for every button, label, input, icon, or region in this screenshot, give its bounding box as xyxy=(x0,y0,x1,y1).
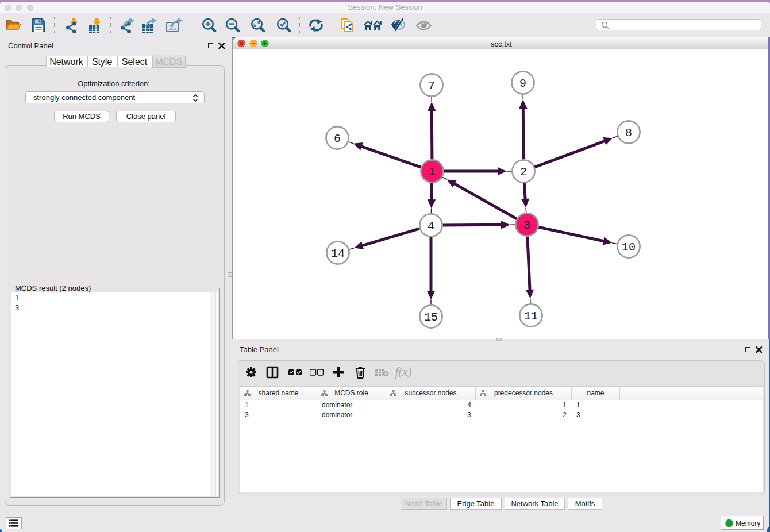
svg-text:f(x): f(x) xyxy=(395,365,411,379)
svg-text:11: 11 xyxy=(524,310,538,323)
svg-text:15: 15 xyxy=(424,311,438,324)
svg-text:7: 7 xyxy=(428,79,435,92)
svg-text:2: 2 xyxy=(520,165,527,179)
svg-text:6: 6 xyxy=(334,132,341,145)
svg-text:9: 9 xyxy=(519,77,526,90)
svg-text:8: 8 xyxy=(625,126,632,140)
svg-text:10: 10 xyxy=(622,241,636,254)
svg-text:14: 14 xyxy=(331,247,345,260)
svg-text:4: 4 xyxy=(428,219,434,233)
svg-text:3: 3 xyxy=(523,219,530,232)
svg-text:1: 1 xyxy=(429,165,436,179)
